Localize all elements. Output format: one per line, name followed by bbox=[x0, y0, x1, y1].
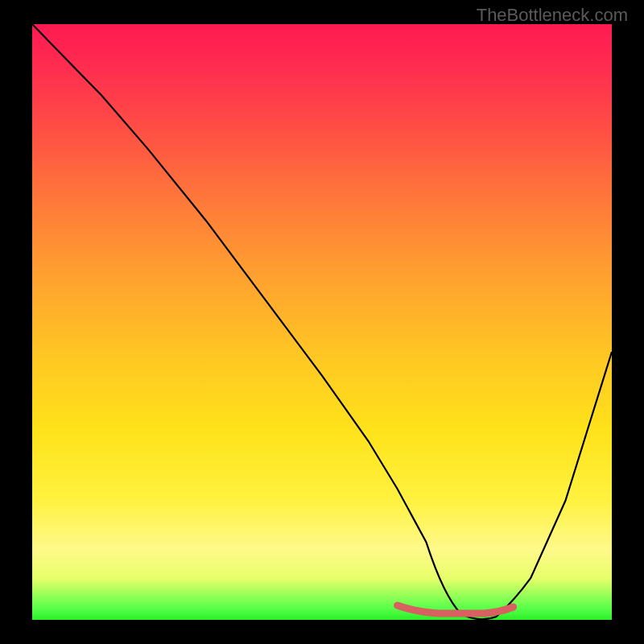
watermark-text: TheBottleneck.com bbox=[477, 5, 628, 26]
plot-area bbox=[32, 24, 612, 620]
chart-svg bbox=[32, 24, 612, 620]
curve-main bbox=[32, 24, 612, 619]
